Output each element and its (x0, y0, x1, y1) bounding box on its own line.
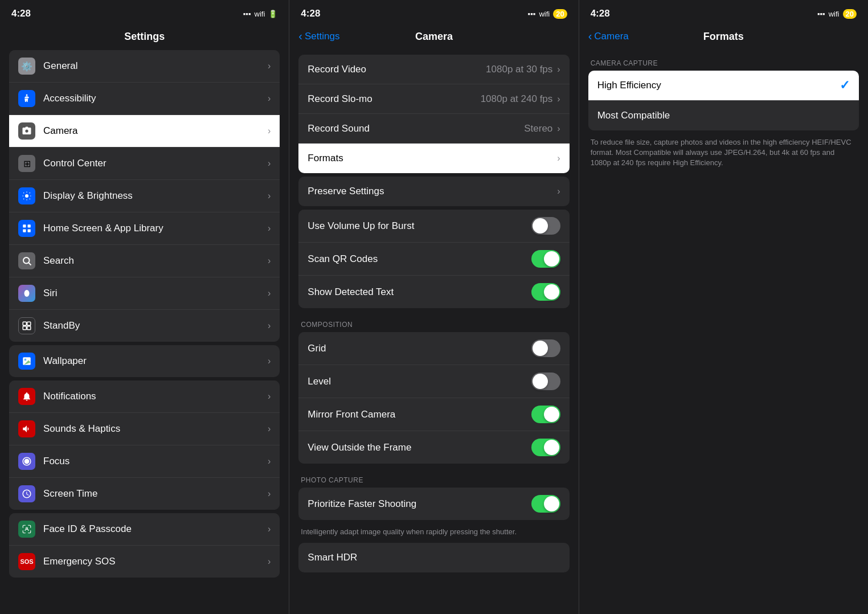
camera-label: Camera (43, 125, 268, 137)
signal-icon-1: ▪▪▪ (243, 10, 251, 18)
camera-item-formats[interactable]: Formats › (298, 144, 569, 173)
settings-item-sounds[interactable]: Sounds & Haptics › (9, 413, 280, 445)
svg-rect-12 (27, 326, 31, 330)
high-efficiency-label: High Efficiency (597, 80, 840, 91)
face-id-icon (18, 521, 35, 538)
status-icons-2: ▪▪▪ wifi 20 (528, 9, 567, 19)
screen-time-chevron: › (268, 489, 271, 499)
formats-back-button[interactable]: ‹ Camera (588, 31, 629, 42)
accessibility-label: Accessibility (43, 93, 268, 104)
grid-label: Grid (308, 343, 531, 354)
settings-item-standby[interactable]: StandBy › (9, 310, 280, 342)
mirror-front-toggle[interactable] (531, 406, 560, 423)
sounds-icon (18, 420, 35, 437)
standby-label: StandBy (43, 320, 268, 331)
notifications-chevron: › (268, 391, 271, 402)
settings-item-control-center[interactable]: ⊞ Control Center › (9, 148, 280, 180)
home-screen-chevron: › (268, 223, 271, 234)
panel-settings: 4:28 ▪▪▪ wifi 🔋 Settings ⚙️ General › Ac… (0, 0, 289, 614)
siri-chevron: › (268, 288, 271, 298)
settings-item-accessibility[interactable]: Accessibility › (9, 83, 280, 115)
prioritize-shooting-toggle[interactable] (531, 495, 560, 513)
settings-item-camera[interactable]: Camera › (9, 115, 280, 148)
camera-item-record-slomo[interactable]: Record Slo-mo 1080p at 240 fps › (298, 84, 569, 114)
search-chevron: › (268, 256, 271, 266)
settings-item-display[interactable]: Display & Brightness › (9, 180, 280, 212)
siri-icon (18, 285, 35, 302)
record-sound-chevron: › (557, 124, 560, 134)
scan-qr-label: Scan QR Codes (308, 253, 531, 265)
camera-item-grid[interactable]: Grid (298, 332, 569, 365)
signal-icon-2: ▪▪▪ (528, 10, 536, 18)
wifi-icon-2: wifi (539, 10, 550, 18)
svg-rect-2 (23, 224, 26, 227)
photo-capture-group: Prioritize Faster Shooting (298, 488, 569, 520)
camera-item-record-video[interactable]: Record Video 1080p at 30 fps › (298, 55, 569, 84)
show-detected-text-label: Show Detected Text (308, 286, 531, 298)
screen-time-label: Screen Time (43, 488, 268, 500)
settings-item-focus[interactable]: Focus › (9, 445, 280, 478)
volume-burst-toggle[interactable] (531, 217, 560, 235)
status-bar-1: 4:28 ▪▪▪ wifi 🔋 (0, 0, 289, 25)
settings-item-home-screen[interactable]: Home Screen & App Library › (9, 212, 280, 245)
view-outside-label: View Outside the Frame (308, 442, 531, 453)
camera-back-button[interactable]: ‹ Settings (298, 31, 339, 42)
control-center-label: Control Center (43, 158, 268, 169)
camera-item-preserve[interactable]: Preserve Settings › (298, 177, 569, 206)
camera-icon (18, 122, 35, 140)
smart-hdr-group: Smart HDR (298, 543, 569, 572)
back-chevron-3: ‹ (588, 30, 592, 42)
camera-title: Camera (415, 31, 453, 43)
control-center-icon: ⊞ (18, 155, 35, 172)
focus-label: Focus (43, 456, 268, 467)
battery-icon-1: 🔋 (268, 10, 277, 18)
camera-item-record-sound[interactable]: Record Sound Stereo › (298, 114, 569, 144)
camera-item-mirror-front[interactable]: Mirror Front Camera (298, 398, 569, 431)
scan-qr-toggle[interactable] (531, 250, 560, 268)
high-efficiency-checkmark: ✓ (840, 78, 850, 93)
record-slomo-chevron: › (557, 94, 560, 104)
general-icon: ⚙️ (18, 58, 35, 75)
search-label: Search (43, 255, 268, 267)
status-icons-3: ▪▪▪ wifi 20 (817, 9, 857, 19)
camera-settings-container: Record Video 1080p at 30 fps › Record Sl… (289, 50, 578, 614)
settings-item-wallpaper[interactable]: Wallpaper › (9, 345, 280, 377)
formats-settings-container: CAMERA CAPTURE High Efficiency ✓ Most Co… (579, 50, 868, 614)
formats-item-most-compatible[interactable]: Most Compatible (588, 101, 859, 130)
settings-item-siri[interactable]: Siri › (9, 277, 280, 310)
camera-item-volume-burst[interactable]: Use Volume Up for Burst (298, 210, 569, 243)
photo-capture-section-label: PHOTO CAPTURE (289, 467, 578, 488)
status-bar-3: 4:28 ▪▪▪ wifi 20 (579, 0, 868, 25)
camera-back-label: Settings (305, 31, 339, 42)
settings-group-2: Wallpaper › (9, 345, 280, 377)
svg-point-0 (26, 95, 28, 96)
camera-item-prioritize-shooting[interactable]: Prioritize Faster Shooting (298, 488, 569, 520)
formats-label: Formats (308, 153, 557, 164)
grid-toggle[interactable] (531, 339, 560, 357)
svg-rect-11 (23, 326, 26, 330)
camera-item-scan-qr[interactable]: Scan QR Codes (298, 243, 569, 276)
svg-point-8 (24, 290, 30, 297)
emergency-icon: SOS (18, 553, 35, 570)
focus-chevron: › (268, 456, 271, 466)
preserve-chevron: › (557, 186, 560, 197)
view-outside-toggle[interactable] (531, 439, 560, 456)
most-compatible-label: Most Compatible (597, 110, 850, 121)
settings-item-search[interactable]: Search › (9, 245, 280, 277)
formats-item-high-efficiency[interactable]: High Efficiency ✓ (588, 71, 859, 101)
settings-item-screen-time[interactable]: Screen Time › (9, 478, 280, 510)
show-detected-text-toggle[interactable] (531, 283, 560, 301)
emergency-chevron: › (268, 556, 271, 567)
settings-item-notifications[interactable]: Notifications › (9, 380, 280, 413)
level-toggle[interactable] (531, 373, 560, 390)
settings-item-emergency-sos[interactable]: SOS Emergency SOS › (9, 546, 280, 578)
settings-item-face-id[interactable]: Face ID & Passcode › (9, 513, 280, 546)
camera-item-show-detected-text[interactable]: Show Detected Text (298, 276, 569, 308)
record-slomo-value: 1080p at 240 fps (481, 93, 553, 105)
camera-item-level[interactable]: Level (298, 365, 569, 398)
camera-item-view-outside[interactable]: View Outside the Frame (298, 431, 569, 464)
camera-item-smart-hdr[interactable]: Smart HDR (298, 543, 569, 572)
panel-camera: 4:28 ▪▪▪ wifi 20 ‹ Settings Camera Recor… (289, 0, 578, 614)
settings-item-general[interactable]: ⚙️ General › (9, 50, 280, 83)
formats-description: To reduce file size, capture photos and … (579, 134, 868, 174)
